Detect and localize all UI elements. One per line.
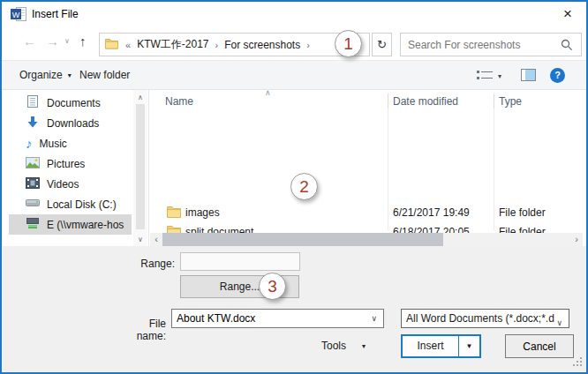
close-icon[interactable]: × xyxy=(554,4,581,25)
bottom-panel: Range: Range... File name: ∨ All Word Do… xyxy=(2,246,586,372)
dialog-title: Insert File xyxy=(32,8,79,20)
network-drive-icon xyxy=(26,218,40,231)
navigation-bar: ← → ∨ ↑ « KTW工作-2017 › For screenshots ›… xyxy=(2,26,586,60)
title-bar: W Insert File × xyxy=(2,2,586,26)
range-label: Range: xyxy=(108,258,175,270)
chevron-down-icon: ▾ xyxy=(68,71,72,79)
file-name-label: File name: xyxy=(117,318,166,342)
chevron-down-icon: ∨ xyxy=(556,314,562,328)
breadcrumb[interactable]: « KTW工作-2017 › For screenshots › xyxy=(99,33,370,56)
view-mode-dropdown-icon[interactable]: ▾ xyxy=(498,72,501,80)
annotation-step-3: 3 xyxy=(259,273,286,300)
sidebar-scrollbar-thumb[interactable] xyxy=(136,104,145,229)
hard-disk-icon xyxy=(26,198,40,211)
insert-file-dialog: W Insert File × ← → ∨ ↑ « KTW工作-2017 › F… xyxy=(0,0,588,374)
sidebar-item-videos[interactable]: Videos xyxy=(9,174,132,194)
downloads-icon xyxy=(26,116,40,131)
chevron-down-icon[interactable]: ∨ xyxy=(371,314,377,323)
file-row-images[interactable]: images 6/21/2017 19:49 File folder xyxy=(150,203,583,222)
horizontal-scrollbar[interactable]: ‹ › xyxy=(150,233,583,246)
forward-icon[interactable]: → xyxy=(46,34,59,49)
documents-icon xyxy=(26,94,40,111)
main-area: Documents Downloads ♪ Music Pictures Vid… xyxy=(2,90,586,246)
scroll-left-icon[interactable]: ‹ xyxy=(150,234,162,244)
search-input[interactable] xyxy=(408,34,554,55)
sidebar-item-network-drive-e[interactable]: E (\\vmware-hos xyxy=(9,214,132,235)
annotation-step-2: 2 xyxy=(290,173,318,200)
tools-button[interactable]: Tools ▾ xyxy=(321,340,366,352)
file-name-combobox: ∨ xyxy=(171,309,384,328)
chevron-down-icon: ▾ xyxy=(362,342,366,350)
column-header-separator xyxy=(494,94,494,108)
sidebar-item-local-disk-c[interactable]: Local Disk (C:) xyxy=(9,194,132,214)
horizontal-scrollbar-thumb[interactable] xyxy=(162,233,443,246)
insert-button[interactable]: Insert ▼ xyxy=(401,334,481,358)
word-app-icon: W xyxy=(11,7,26,21)
up-icon[interactable]: ↑ xyxy=(79,34,87,49)
scroll-down-icon[interactable]: ∨ xyxy=(133,236,147,243)
resize-grip[interactable] xyxy=(572,356,583,370)
organize-button[interactable]: Organize ▾ xyxy=(19,69,72,81)
videos-icon xyxy=(26,177,40,191)
refresh-icon[interactable]: ↻ xyxy=(372,33,392,56)
column-header-separator xyxy=(388,94,388,108)
annotation-step-1: 1 xyxy=(335,30,362,57)
breadcrumb-separator: › xyxy=(303,40,313,50)
breadcrumb-item-for-screenshots[interactable]: For screenshots xyxy=(222,39,303,51)
range-input[interactable] xyxy=(180,252,300,271)
search-box xyxy=(400,33,582,56)
command-bar: Organize ▾ New folder ▾ ? xyxy=(2,60,586,90)
svg-text:W: W xyxy=(12,11,20,19)
insert-dropdown-icon[interactable]: ▼ xyxy=(459,336,479,356)
search-icon[interactable] xyxy=(561,39,573,54)
folder-icon xyxy=(167,206,181,221)
view-mode-icon[interactable] xyxy=(477,70,493,84)
file-name-input[interactable] xyxy=(177,310,362,326)
sidebar-item-pictures[interactable]: Pictures xyxy=(9,153,132,174)
breadcrumb-overflow[interactable]: « xyxy=(122,40,134,50)
cancel-button[interactable]: Cancel xyxy=(505,334,574,358)
scroll-up-icon[interactable]: ∧ xyxy=(133,94,147,101)
column-header-date-modified[interactable]: Date modified xyxy=(393,90,488,113)
sidebar-item-documents[interactable]: Documents xyxy=(9,93,132,113)
back-icon[interactable]: ← xyxy=(23,34,36,49)
sidebar-item-music[interactable]: ♪ Music xyxy=(9,133,132,153)
music-icon: ♪ xyxy=(26,138,33,150)
sidebar-item-downloads[interactable]: Downloads xyxy=(9,113,132,133)
file-list: ∧ Name Date modified Type images 6/21/20… xyxy=(150,90,583,246)
sidebar-scrollbar[interactable]: ∧ ∨ xyxy=(133,90,147,246)
breadcrumb-item-ktw-2017[interactable]: KTW工作-2017 xyxy=(134,37,211,52)
column-header-type[interactable]: Type xyxy=(499,90,578,113)
preview-pane-icon[interactable] xyxy=(521,69,536,84)
pane-separator xyxy=(148,90,149,246)
new-folder-button[interactable]: New folder xyxy=(79,69,130,81)
breadcrumb-separator: › xyxy=(211,40,222,50)
help-icon[interactable]: ? xyxy=(550,68,565,83)
scroll-right-icon[interactable]: › xyxy=(570,234,583,244)
column-header-name[interactable]: Name xyxy=(165,90,381,113)
sidebar: Documents Downloads ♪ Music Pictures Vid… xyxy=(2,90,132,246)
folder-icon xyxy=(105,38,118,52)
history-dropdown-icon[interactable]: ∨ xyxy=(64,37,70,45)
file-type-dropdown[interactable]: All Word Documents (*.docx;*.d ∨ xyxy=(401,309,569,328)
pictures-icon xyxy=(26,157,40,171)
